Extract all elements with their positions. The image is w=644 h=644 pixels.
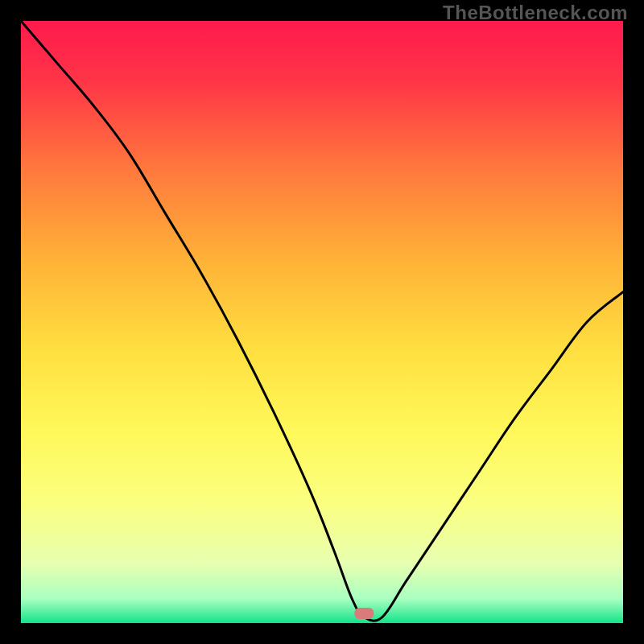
chart-svg: [21, 21, 623, 623]
plot-area: [21, 21, 623, 623]
gradient-background: [21, 21, 623, 623]
min-marker: [354, 608, 374, 619]
watermark-text: TheBottleneck.com: [443, 2, 628, 24]
chart-frame: TheBottleneck.com: [0, 0, 644, 644]
